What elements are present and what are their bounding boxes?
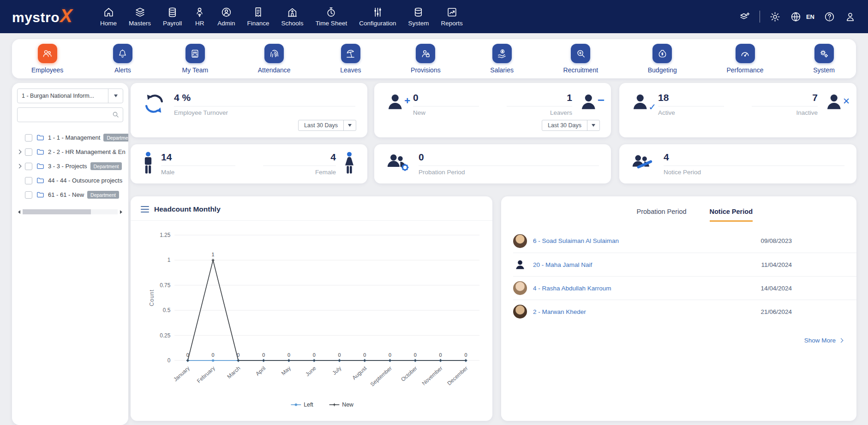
divider: [174, 106, 355, 106]
employee-link[interactable]: 6 - Soad Sulaiman Al Sulaiman: [533, 237, 619, 244]
company-selector[interactable]: 1 - Burgan National Inform...: [17, 89, 123, 103]
nav-item-finance[interactable]: Finance: [243, 0, 274, 33]
nav-item-timesheet[interactable]: Time Sheet: [311, 0, 352, 33]
employee-link[interactable]: 4 - Rasha Abdullah Karroum: [533, 285, 611, 292]
employees-icon: [42, 48, 53, 59]
module-alerts[interactable]: Alerts: [113, 44, 132, 74]
tree-row-projects[interactable]: 3 - 3 - Projects Department: [17, 159, 123, 173]
list-item[interactable]: 4 - Rasha Abdullah Karroum 14/04/2024: [513, 276, 856, 300]
nav-item-system[interactable]: System: [404, 0, 433, 33]
nav-item-payroll[interactable]: Payroll: [159, 0, 186, 33]
turnover-period-dropdown[interactable]: Last 30 Days: [298, 120, 356, 131]
module-attendance[interactable]: Attendance: [258, 44, 291, 74]
nav-item-hr[interactable]: HR: [190, 0, 210, 33]
tree-row-hr-management[interactable]: 2 - 2 - HR Management & En: [17, 145, 123, 159]
user-icon[interactable]: [844, 11, 856, 23]
svg-text:March: March: [226, 365, 242, 380]
tab-probation-period[interactable]: Probation Period: [637, 208, 687, 222]
chevron-down-icon: [108, 89, 123, 103]
module-recruitment[interactable]: Recruitment: [563, 44, 598, 74]
person-lock-icon: [420, 48, 431, 59]
turnover-arrows-icon: [143, 92, 166, 117]
scroll-right-icon[interactable]: [120, 210, 122, 214]
employee-link[interactable]: 20 - Maha Jamal Naif: [533, 261, 592, 268]
notice-label: Notice Period: [664, 169, 844, 176]
module-label: Recruitment: [563, 66, 598, 74]
nav-item-admin[interactable]: Admin: [213, 0, 239, 33]
avatar: [513, 281, 527, 295]
inactive-label: Inactive: [752, 109, 818, 116]
checkbox[interactable]: [25, 177, 32, 184]
svg-text:0: 0: [414, 352, 417, 358]
svg-text:0.25: 0.25: [160, 332, 170, 339]
nav-item-configuration[interactable]: Configuration: [355, 0, 400, 33]
tab-notice-period[interactable]: Notice Period: [710, 208, 753, 222]
person-pin-icon: [194, 6, 205, 18]
module-system[interactable]: System: [813, 44, 835, 74]
globe-icon[interactable]: [790, 11, 802, 23]
nav-item-schools[interactable]: Schools: [277, 0, 308, 33]
module-employees[interactable]: Employees: [31, 44, 63, 74]
period-date: 09/08/2023: [760, 237, 792, 244]
search-icon: [112, 111, 120, 119]
tree-row-outsource-projects[interactable]: 44 - 44 - Outsource projects: [17, 173, 123, 188]
expand-icon[interactable]: [17, 164, 22, 169]
avatar: [513, 305, 527, 319]
report-chart-icon: [446, 6, 458, 18]
svg-text:0: 0: [186, 352, 189, 358]
gear-icon[interactable]: [769, 11, 781, 23]
nav-label: Configuration: [359, 20, 396, 27]
leavers-period-dropdown[interactable]: Last 30 Days: [542, 120, 600, 131]
list-item[interactable]: 2 - Marwan Kheder 21/06/2024: [513, 300, 856, 323]
chart-menu-icon[interactable]: [141, 206, 149, 212]
nav-item-masters[interactable]: Masters: [125, 0, 155, 33]
search-input[interactable]: [17, 107, 123, 122]
brand-logo[interactable]: mystro X: [12, 8, 86, 25]
person-plus-icon: +: [386, 92, 406, 113]
folder-icon: [36, 148, 45, 156]
male-label: Male: [161, 169, 235, 176]
svg-text:0: 0: [168, 357, 171, 364]
scroll-left-icon[interactable]: [18, 210, 20, 214]
chart-title: Headcount Monthly: [154, 205, 221, 213]
tree-row-management[interactable]: 1 - 1 - Management Department: [17, 130, 123, 145]
tree-label: 3 - 3 - Projects: [48, 163, 87, 170]
coins-icon: [167, 6, 178, 18]
svg-text:1.25: 1.25: [160, 232, 170, 238]
show-more-link[interactable]: Show More: [501, 337, 843, 344]
list-item[interactable]: 6 - Soad Sulaiman Al Sulaiman 09/08/2023: [513, 229, 856, 253]
checkbox[interactable]: [25, 148, 32, 156]
scrollbar-track[interactable]: [23, 209, 118, 214]
active-value: 18: [658, 92, 724, 103]
nav-item-home[interactable]: Home: [96, 0, 121, 33]
checkbox[interactable]: [25, 191, 32, 199]
list-item[interactable]: 20 - Maha Jamal Naif 11/04/2024: [513, 253, 856, 276]
headcount-monthly-card: Headcount Monthly 00.250.50.7511.25Count…: [131, 196, 492, 421]
horizontal-scrollbar[interactable]: [17, 209, 123, 214]
divider: [413, 106, 479, 106]
company-selector-value: 1 - Burgan National Inform...: [18, 93, 108, 99]
tree-row-new[interactable]: 61 - 61 - New Department: [17, 188, 123, 202]
module-my-team[interactable]: My Team: [182, 44, 209, 74]
avatar: [513, 234, 527, 248]
period-date: 21/06/2024: [760, 308, 792, 315]
module-salaries[interactable]: Salaries: [490, 44, 514, 74]
help-icon[interactable]: [824, 11, 835, 23]
scrollbar-thumb[interactable]: [23, 209, 91, 214]
module-leaves[interactable]: Leaves: [340, 44, 361, 74]
checkbox[interactable]: [25, 134, 32, 142]
nav-item-reports[interactable]: Reports: [437, 0, 467, 33]
svg-text:July: July: [331, 365, 342, 377]
nav-label: HR: [195, 20, 204, 27]
avatar: [513, 258, 527, 272]
language-label[interactable]: EN: [806, 13, 814, 20]
layers-plus-icon[interactable]: [739, 11, 750, 23]
checkbox[interactable]: [25, 163, 32, 170]
module-provisions[interactable]: Provisions: [411, 44, 441, 74]
nav-label: System: [408, 20, 429, 27]
module-performance[interactable]: Performance: [726, 44, 763, 74]
svg-text:September: September: [369, 365, 394, 388]
employee-link[interactable]: 2 - Marwan Kheder: [533, 308, 586, 315]
expand-icon[interactable]: [17, 150, 22, 154]
module-budgeting[interactable]: Budgeting: [648, 44, 677, 74]
